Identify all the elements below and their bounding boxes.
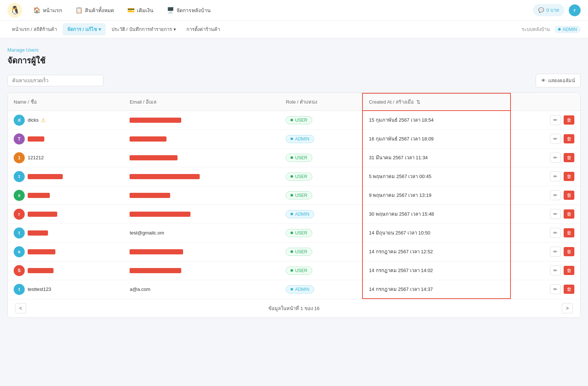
role-dot [290, 194, 293, 197]
users-table-wrapper: Name / ชื่อ Email / อีเมล Role / ตำแหน่ง… [7, 93, 581, 318]
edit-button[interactable]: ✏ [550, 284, 561, 294]
edit-button[interactable]: ✏ [550, 115, 561, 125]
cart-button[interactable]: 💬 0 บาท [533, 4, 564, 16]
cart-icon: 💬 [538, 7, 544, 13]
delete-button[interactable]: 🗑 [564, 172, 574, 181]
name-redacted [28, 193, 50, 198]
role-dot [290, 269, 293, 272]
show-columns-button[interactable]: 👁 แสดงคอลัมน์ [536, 74, 581, 87]
name-cell: e [8, 242, 124, 261]
role-cell: USER [280, 223, 362, 242]
created-cell: 14 มิถุนายน 2567 เวลา 10:50 [362, 223, 510, 242]
role-dot [290, 175, 293, 178]
role-cell: USER [280, 186, 362, 205]
delete-button[interactable]: 🗑 [564, 191, 574, 200]
col-actions-header [510, 93, 580, 111]
user-avatar[interactable]: r [569, 4, 581, 16]
delete-button[interactable]: 🗑 [564, 209, 574, 219]
email-redacted [130, 268, 181, 273]
delete-button[interactable]: 🗑 [564, 228, 574, 237]
actions-cell: ✏ 🗑 [510, 261, 580, 280]
edit-button[interactable]: ✏ [550, 134, 561, 144]
email-cell [124, 261, 280, 280]
email-cell [124, 186, 280, 205]
table-body: ddicks⚠USER15 กุมภาพันธ์ 2567 เวลา 18:54… [8, 111, 580, 299]
edit-button[interactable]: ✏ [550, 228, 561, 238]
role-cell: USER [280, 148, 362, 167]
name-cell: t [8, 167, 124, 186]
role-dot [290, 156, 293, 159]
name-cell: r [8, 205, 124, 223]
nav-backend[interactable]: 🖥️ จัดการหลังบ้าน [165, 5, 213, 16]
admin-label: ADMIN [563, 27, 577, 32]
row-avatar: 1 [14, 152, 25, 163]
role-badge: ADMIN [286, 135, 314, 143]
next-page-button[interactable]: > [562, 303, 573, 313]
role-cell: ADMIN [280, 129, 362, 148]
row-email: test@gmailc.om [130, 230, 164, 236]
table-row: ddicks⚠USER15 กุมภาพันธ์ 2567 เวลา 18:54… [8, 111, 580, 129]
delete-button[interactable]: 🗑 [564, 285, 574, 294]
sub-nav-history[interactable]: ประวัติ / บันทึกการทำรายการ ▾ [107, 23, 180, 35]
delete-button[interactable]: 🗑 [564, 247, 574, 256]
cart-amount: 0 บาท [546, 6, 559, 14]
actions-cell: ✏ 🗑 [510, 280, 580, 299]
delete-button[interactable]: 🗑 [564, 266, 574, 275]
row-avatar: s [14, 190, 25, 201]
sub-nav-home[interactable]: หน้าแรก / สถิติร้านค้า [7, 23, 61, 35]
name-cell: S [8, 261, 124, 280]
email-redacted [130, 212, 190, 217]
edit-button[interactable]: ✏ [550, 247, 561, 257]
role-cell: USER [280, 261, 362, 280]
actions-cell: ✏ 🗑 [510, 129, 580, 148]
table-row: ttest@gmailc.omUSER14 มิถุนายน 2567 เวลา… [8, 223, 580, 242]
row-avatar: r [14, 209, 25, 220]
actions-cell: ✏ 🗑 [510, 242, 580, 261]
search-input[interactable] [7, 75, 103, 86]
sub-nav-settings[interactable]: การตั้งค่าร้านค้า [182, 23, 224, 35]
actions-cell: ✏ 🗑 [510, 223, 580, 242]
actions-cell: ✏ 🗑 [510, 111, 580, 129]
row-name: dicks [28, 117, 39, 123]
sub-nav-manage[interactable]: จัดการ / แก้ไข ▾ [63, 23, 106, 35]
name-redacted [28, 268, 54, 273]
row-email: a@a.com [130, 286, 150, 292]
row-avatar: T [14, 133, 25, 145]
edit-button[interactable]: ✏ [550, 209, 561, 219]
role-badge: USER [286, 267, 312, 275]
nav-products[interactable]: 📋 สินค้าทั้งหมด [73, 5, 116, 16]
edit-button[interactable]: ✏ [550, 265, 561, 275]
created-cell: 16 กุมภาพันธ์ 2567 เวลา 18:09 [362, 129, 510, 148]
table-row: SUSER14 กรกฎาคม 2567 เวลา 14:02 ✏ 🗑 [8, 261, 580, 280]
top-nav-right: 💬 0 บาท r [533, 4, 581, 16]
role-badge: USER [286, 116, 312, 124]
sub-nav: หน้าแรก / สถิติร้านค้า จัดการ / แก้ไข ▾ … [0, 21, 588, 38]
row-name: testtest123 [28, 286, 51, 292]
created-cell: 15 กุมภาพันธ์ 2567 เวลา 18:54 [362, 111, 510, 129]
backend-icon: 🖥️ [167, 7, 174, 14]
edit-button[interactable]: ✏ [550, 153, 561, 163]
col-created-header[interactable]: Created At / สร้างเมื่อ ⇅ [362, 93, 510, 111]
email-cell [124, 148, 280, 167]
email-cell [124, 205, 280, 223]
delete-button[interactable]: 🗑 [564, 115, 574, 125]
role-cell: ADMIN [280, 205, 362, 223]
prev-page-button[interactable]: < [15, 303, 26, 313]
edit-button[interactable]: ✏ [550, 190, 561, 200]
breadcrumb[interactable]: Manage Users [7, 47, 581, 53]
row-name: 121212 [28, 155, 44, 160]
table-row: 1121212USER31 มีนาคม 2567 เวลา 11:34 ✏ 🗑 [8, 148, 580, 167]
edit-button[interactable]: ✏ [550, 171, 561, 181]
name-cell: s [8, 186, 124, 205]
table-row: TADMIN16 กุมภาพันธ์ 2567 เวลา 18:09 ✏ 🗑 [8, 129, 580, 148]
warning-icon: ⚠ [41, 117, 46, 123]
nav-home[interactable]: 🏠 หน้าแรก [31, 5, 64, 16]
nav-backend-label: จัดการหลังบ้าน [176, 6, 211, 14]
created-cell: 9 พฤษภาคม 2567 เวลา 13:19 [362, 186, 510, 205]
nav-topup[interactable]: 💳 เติมเงิน [125, 5, 156, 16]
toolbar: 👁 แสดงคอลัมน์ [7, 74, 581, 87]
email-cell [124, 242, 280, 261]
top-nav: 🐧 🏠 หน้าแรก 📋 สินค้าทั้งหมด 💳 เติมเงิน 🖥… [0, 0, 588, 21]
delete-button[interactable]: 🗑 [564, 134, 574, 143]
delete-button[interactable]: 🗑 [564, 153, 574, 162]
